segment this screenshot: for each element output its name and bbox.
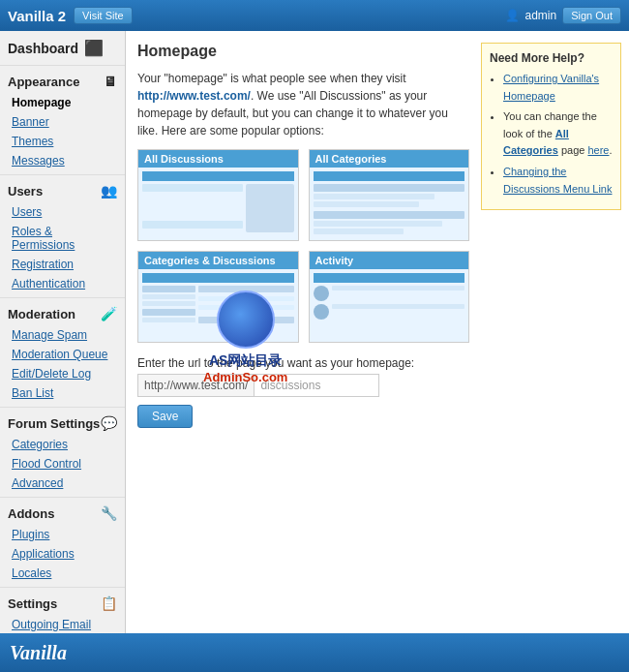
addons-label: Addons <box>8 506 54 521</box>
sidebar-item-advanced[interactable]: Advanced <box>0 473 125 493</box>
settings-icon: 📋 <box>101 596 117 611</box>
app-name: Vanilla 2 <box>8 8 66 24</box>
app-header: Vanilla 2 Visit Site admin Sign Out <box>0 0 629 31</box>
url-example-link[interactable]: http://www.test.com/ <box>137 89 251 103</box>
appearance-label: Appearance <box>8 75 79 89</box>
users-label: Users <box>8 184 43 199</box>
thumbnail-all-discussions-preview <box>138 168 298 240</box>
thumbnail-activity-title: Activity <box>310 252 469 269</box>
sidebar-item-homepage[interactable]: Homepage <box>0 93 125 112</box>
sidebar-item-banner[interactable]: Banner <box>0 112 125 132</box>
url-input-row: http://www.test.com/ <box>137 374 469 397</box>
sidebar-item-plugins[interactable]: Plugins <box>0 525 125 544</box>
visit-site-button[interactable]: Visit Site <box>74 7 133 24</box>
sidebar-item-themes[interactable]: Themes <box>0 132 125 151</box>
monitor-icon: 🖥 <box>104 74 117 89</box>
chat-icon: 💬 <box>101 415 117 431</box>
admin-label: admin <box>525 9 557 22</box>
moderation-label: Moderation <box>8 307 75 321</box>
thumbnail-all-discussions-title: All Discussions <box>138 150 298 168</box>
sidebar-section-forum-settings: Forum Settings 💬 <box>0 407 125 435</box>
help-text-middle: page <box>558 144 588 156</box>
sidebar-item-authentication[interactable]: Authentication <box>0 274 125 293</box>
url-label: Enter the url to the page you want as yo… <box>137 356 469 370</box>
app-footer: Vanilla <box>0 633 629 672</box>
sidebar-item-mod-queue[interactable]: Moderation Queue <box>0 345 125 364</box>
thumbnail-grid: All Discussions <box>137 149 469 343</box>
header-right: admin Sign Out <box>505 7 622 24</box>
help-link-discussions-menu[interactable]: Changing the Discussions Menu Link <box>503 166 613 195</box>
page-title: Homepage <box>137 43 469 60</box>
sidebar-item-edit-delete-log[interactable]: Edit/Delete Log <box>0 364 125 383</box>
sidebar-section-settings: Settings 📋 <box>0 587 125 615</box>
thumbnail-categories-discussions[interactable]: Categories & Discussions <box>137 251 299 343</box>
help-item-all-categories: You can change the look of the All Categ… <box>503 108 613 160</box>
url-section: Enter the url to the page you want as yo… <box>137 356 469 428</box>
help-text-before: You can change the look of the <box>503 110 597 139</box>
forum-settings-label: Forum Settings <box>8 416 100 431</box>
footer-logo: Vanilla <box>10 642 67 664</box>
thumbnail-all-categories-preview <box>310 168 469 240</box>
sidebar-item-ban-list[interactable]: Ban List <box>0 383 125 403</box>
thumbnail-all-categories[interactable]: All Categories <box>309 149 470 241</box>
help-item-configuring: Configuring Vanilla's Homepage <box>503 71 613 105</box>
main-content: Homepage Your "homepage" is what people … <box>126 31 481 633</box>
thumbnail-all-categories-title: All Categories <box>310 150 469 168</box>
thumbnail-activity[interactable]: Activity <box>309 251 470 343</box>
sidebar-section-moderation: Moderation 🧪 <box>0 297 125 325</box>
thumbnail-all-discussions[interactable]: All Discussions <box>137 149 299 241</box>
flask-icon: 🧪 <box>101 306 117 321</box>
save-button[interactable]: Save <box>137 405 193 428</box>
admin-icon <box>505 9 520 22</box>
help-list: Configuring Vanilla's Homepage You can c… <box>490 71 613 198</box>
sidebar-section-addons: Addons 🔧 <box>0 497 125 525</box>
sidebar-item-manage-spam[interactable]: Manage Spam <box>0 325 125 345</box>
thumbnail-activity-preview <box>310 269 469 342</box>
sidebar-section-users: Users 👥 <box>0 174 125 202</box>
url-prefix: http://www.test.com/ <box>137 374 254 397</box>
signout-button[interactable]: Sign Out <box>562 7 621 24</box>
dashboard-icon: ⬛ <box>84 39 104 57</box>
help-title: Need More Help? <box>490 51 613 65</box>
url-input[interactable] <box>254 374 379 397</box>
sidebar-item-locales[interactable]: Locales <box>0 564 125 583</box>
help-text-after: . <box>609 144 612 156</box>
sidebar: Dashboard ⬛ Appearance 🖥 Homepage Banner… <box>0 31 126 633</box>
sidebar-item-categories[interactable]: Categories <box>0 435 125 454</box>
thumbnail-categories-discussions-preview <box>138 269 298 342</box>
sidebar-item-users[interactable]: Users <box>0 202 125 222</box>
help-panel: Need More Help? Configuring Vanilla's Ho… <box>481 43 621 210</box>
sidebar-item-messages[interactable]: Messages <box>0 151 125 170</box>
addons-icon: 🔧 <box>101 505 117 521</box>
users-icon: 👥 <box>101 183 117 199</box>
sidebar-section-appearance: Appearance 🖥 <box>0 65 125 93</box>
content-wrapper: Homepage Your "homepage" is what people … <box>126 31 629 633</box>
help-link-here[interactable]: here <box>587 144 609 156</box>
dashboard-label: Dashboard <box>8 41 78 56</box>
sidebar-item-applications[interactable]: Applications <box>0 544 125 564</box>
thumbnail-categories-discussions-title: Categories & Discussions <box>138 252 298 269</box>
help-item-discussions-menu: Changing the Discussions Menu Link <box>503 164 613 198</box>
sidebar-item-flood-control[interactable]: Flood Control <box>0 454 125 473</box>
description: Your "homepage" is what people see when … <box>137 70 469 139</box>
sidebar-item-registration[interactable]: Registration <box>0 255 125 274</box>
settings-label: Settings <box>8 596 57 611</box>
sidebar-item-outgoing-email[interactable]: Outgoing Email <box>0 615 125 633</box>
help-link-configuring[interactable]: Configuring Vanilla's Homepage <box>503 73 599 102</box>
sidebar-item-roles[interactable]: Roles & Permissions <box>0 222 125 255</box>
sidebar-section-dashboard: Dashboard ⬛ <box>0 31 125 61</box>
main-layout: Dashboard ⬛ Appearance 🖥 Homepage Banner… <box>0 31 629 633</box>
desc-part1: Your "homepage" is what people see when … <box>137 72 406 85</box>
